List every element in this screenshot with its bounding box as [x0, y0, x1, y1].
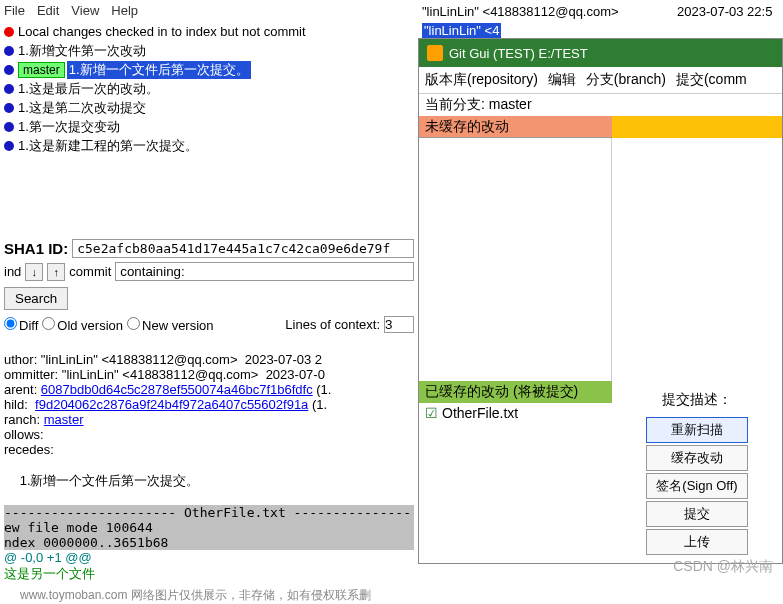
new-version-radio[interactable]: New version	[127, 317, 214, 333]
diff-view[interactable]: uthor: "linLinLin" <418838112@qq.com> 20…	[0, 335, 418, 600]
gitgui-diff-area[interactable]	[612, 138, 782, 381]
watermark: CSDN @林兴南	[673, 558, 773, 576]
old-version-radio[interactable]: Old version	[42, 317, 123, 333]
commit-row[interactable]: Local changes checked in to index but no…	[4, 22, 414, 41]
menu-view[interactable]: View	[71, 3, 99, 18]
menu-help[interactable]: Help	[111, 3, 138, 18]
commit-row[interactable]: 1.这是最后一次的改动。	[4, 79, 414, 98]
commit-row[interactable]: 1.第一次提交变动	[4, 117, 414, 136]
staged-file[interactable]: ☑ OtherFile.txt	[419, 403, 612, 423]
lines-label: Lines of context:	[285, 317, 380, 332]
menubar[interactable]: File Edit View Help	[0, 0, 418, 20]
date-cell: 2023-07-03 22:5	[677, 2, 779, 21]
commit-desc-label: 提交描述：	[612, 387, 782, 413]
author-row: "linLinLin" <418838112@qq.com>	[422, 2, 669, 21]
sha-input[interactable]	[72, 239, 414, 258]
find-up-button[interactable]: ↑	[47, 263, 65, 281]
gitgui-title-text: Git Gui (TEST) E:/TEST	[449, 46, 588, 61]
upload-button[interactable]: 上传	[646, 529, 748, 555]
diff-file-header: ---------------------- OtherFile.txt ---…	[4, 505, 414, 520]
commit-row[interactable]: 1.这是第二次改动提交	[4, 98, 414, 117]
commit-row[interactable]: master1.新增一个文件后第一次提交。	[4, 60, 414, 79]
gitgui-menu-branch[interactable]: 分支(branch)	[586, 71, 666, 89]
current-branch: 当前分支: master	[419, 94, 782, 116]
menu-edit[interactable]: Edit	[37, 3, 59, 18]
gitgui-menu-edit[interactable]: 编辑	[548, 71, 576, 89]
child-link[interactable]: f9d204062c2876a9f24b4f972a6407c55602f91a	[35, 397, 308, 412]
branch-tag: master	[18, 62, 65, 78]
gitgui-icon	[427, 45, 443, 61]
signoff-button[interactable]: 签名(Sign Off)	[646, 473, 748, 499]
sha-label: SHA1 ID:	[4, 240, 68, 257]
find-commit-label: commit	[69, 264, 111, 279]
find-input[interactable]	[115, 262, 414, 281]
gitgui-titlebar[interactable]: Git Gui (TEST) E:/TEST	[419, 39, 782, 67]
unstaged-area[interactable]	[419, 138, 612, 381]
find-label: ind	[4, 264, 21, 279]
commit-button[interactable]: 提交	[646, 501, 748, 527]
menu-file[interactable]: File	[4, 3, 25, 18]
unstaged-header: 未缓存的改动	[419, 116, 612, 138]
diff-header-bar	[612, 116, 782, 138]
diff-radio[interactable]: Diff	[4, 317, 38, 333]
parent-link[interactable]: 6087bdb0d64c5c2878ef550074a46bc7f1b6fdfc	[41, 382, 313, 397]
gitgui-menubar[interactable]: 版本库(repository) 编辑 分支(branch) 提交(comm	[419, 67, 782, 94]
stage-button[interactable]: 缓存改动	[646, 445, 748, 471]
commit-row[interactable]: 1.新增文件第一次改动	[4, 41, 414, 60]
rescan-button[interactable]: 重新扫描	[646, 417, 748, 443]
lines-input[interactable]	[384, 316, 414, 333]
find-down-button[interactable]: ↓	[25, 263, 43, 281]
branch-link[interactable]: master	[44, 412, 84, 427]
commit-graph[interactable]: Local changes checked in to index but no…	[0, 20, 418, 157]
file-icon: ☑	[425, 405, 438, 421]
gitgui-menu-repo[interactable]: 版本库(repository)	[425, 71, 538, 89]
footer-text: www.toymoban.com 网络图片仅供展示，非存储，如有侵权联系删	[20, 587, 371, 604]
gitgui-menu-commit[interactable]: 提交(comm	[676, 71, 747, 89]
search-button[interactable]: Search	[4, 287, 68, 310]
commit-row[interactable]: 1.这是新建工程的第一次提交。	[4, 136, 414, 155]
staged-header: 已缓存的改动 (将被提交)	[419, 381, 612, 403]
